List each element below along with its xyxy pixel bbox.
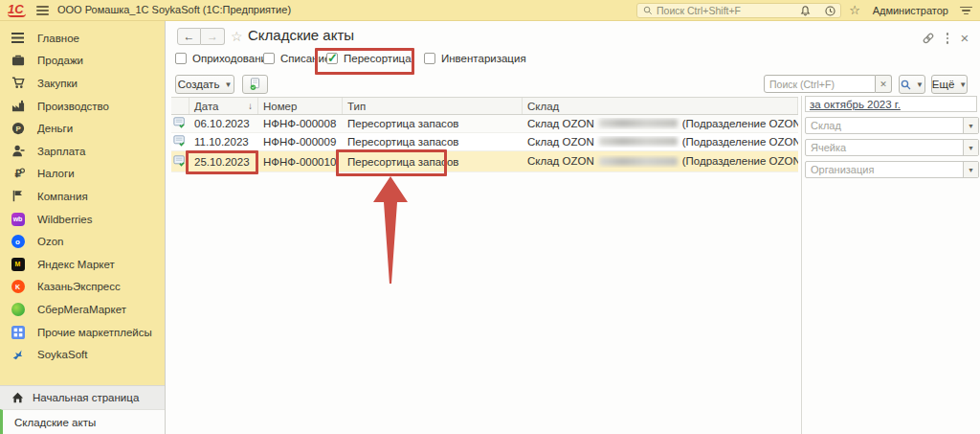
chevron-down-icon[interactable]: ▼ (963, 140, 978, 155)
column-header-date[interactable]: Дата↓ (189, 98, 258, 114)
sbermegamarket-badge-icon (11, 302, 25, 316)
sidebar-item-label: SoykaSoft (37, 349, 87, 360)
sort-descending-icon: ↓ (248, 101, 253, 111)
back-button[interactable]: ← (177, 28, 201, 45)
sidebar-item-zakupki[interactable]: Закупки (0, 72, 165, 95)
search-icon (901, 80, 911, 90)
cell-date: 25.10.2023 (189, 156, 258, 168)
add-favorite-star-icon[interactable]: ☆ (231, 29, 243, 44)
bird-icon (11, 348, 25, 362)
sidebar-item-label: Ozon (37, 236, 64, 247)
sidebar-item-label: Деньги (37, 123, 73, 134)
period-value: за октябрь 2023 г. (810, 99, 901, 110)
cell-type: Пересортица запасов (343, 156, 523, 168)
chevron-down-icon[interactable]: ▼ (963, 162, 978, 177)
advanced-search-button[interactable]: ▼ (899, 75, 925, 94)
column-header-warehouse[interactable]: Склад (523, 98, 798, 114)
cell-filter-select[interactable]: Ячейка ▼ (805, 139, 979, 156)
menu-icon (11, 31, 25, 45)
posted-document-icon (171, 117, 189, 130)
more-button[interactable]: Ещё▼ (931, 75, 968, 94)
hamburger-menu-icon[interactable] (36, 6, 49, 15)
create-button-label: Создать (178, 79, 220, 90)
yandex-market-badge-icon: M (11, 257, 25, 271)
wildberries-badge-icon: wb (11, 212, 25, 226)
current-user[interactable]: Администратор (873, 5, 948, 16)
marketplaces-grid-icon (11, 325, 25, 339)
redacted-text (599, 157, 678, 166)
table-row[interactable]: 11.10.2023 НФНФ-000009 Пересортица запас… (171, 133, 798, 151)
favorites-star-icon[interactable]: ☆ (848, 3, 862, 18)
sidebar-item-kazanexpress[interactable]: K КазаньЭкспресс (0, 276, 165, 299)
sidebar-item-kompaniya[interactable]: Компания (0, 185, 165, 208)
sidebar-item-soykasoft[interactable]: SoykaSoft (0, 343, 165, 366)
column-header-number[interactable]: Номер (258, 98, 343, 114)
taxes-icon: ₽ (11, 167, 25, 181)
notifications-bell-icon[interactable] (798, 3, 813, 18)
ozon-badge-icon: o (11, 235, 25, 249)
flag-icon (11, 189, 25, 203)
sidebar-item-glavnoe[interactable]: Главное (0, 27, 165, 50)
more-menu-dots-icon[interactable] (940, 31, 955, 46)
period-field[interactable]: за октябрь 2023 г. (805, 96, 977, 112)
1c-logo-icon[interactable]: 1С (8, 3, 26, 17)
sidebar-item-sbermegamarket[interactable]: СберМегаМаркет (0, 298, 165, 321)
sidebar-item-label: Налоги (37, 168, 75, 179)
sidebar-item-nalogi[interactable]: ₽ Налоги (0, 163, 165, 186)
open-tab-warehouse-acts[interactable]: Складские акты (0, 409, 165, 434)
svg-text:P: P (15, 125, 20, 133)
close-icon[interactable]: × (957, 31, 972, 46)
sidebar-item-prochie-marketpleisy[interactable]: Прочие маркетплейсы (0, 321, 165, 344)
chevron-down-icon: ▼ (224, 80, 232, 89)
global-search-placeholder: Поиск Ctrl+Shift+F (657, 5, 741, 16)
filter-checkbox-oprihodovanie[interactable]: Оприходование (175, 53, 273, 64)
sidebar-item-proizvodstvo[interactable]: Производство (0, 95, 165, 118)
sidebar-item-ozon[interactable]: o Ozon (0, 230, 165, 253)
sidebar-item-prodazhi[interactable]: Продажи (0, 50, 165, 73)
checkbox-icon (175, 53, 187, 64)
clear-search-button[interactable]: ✕ (876, 75, 892, 93)
app-window: 1С ООО Ромашка_1С SoykaSoft (1С:Предприя… (0, 0, 980, 434)
open-tab-label: Складские акты (14, 417, 96, 428)
redacted-text (599, 137, 678, 146)
filter-checkbox-spisanie[interactable]: Списание (263, 53, 330, 64)
filter-label: Оприходование (192, 53, 273, 64)
service-menu-icon[interactable] (959, 3, 972, 18)
cell-number: НФНФ-000009 (258, 136, 343, 148)
warehouse-filter-select[interactable]: Склад ▼ (805, 117, 979, 134)
chevron-down-icon[interactable]: ▼ (963, 118, 978, 133)
column-header-type[interactable]: Тип (343, 98, 523, 114)
forward-button[interactable]: → (201, 28, 225, 45)
sidebar-item-wildberries[interactable]: wb Wildberries (0, 208, 165, 231)
create-button[interactable]: Создать▼ (175, 75, 234, 94)
create-copy-button[interactable] (242, 75, 268, 94)
sidebar-item-zarplata[interactable]: Зарплата (0, 140, 165, 163)
sidebar-item-label: Прочие маркетплейсы (37, 327, 152, 338)
home-page-button[interactable]: Начальная страница (0, 385, 165, 409)
organization-filter-select[interactable]: Организация ▼ (805, 161, 979, 178)
table-row[interactable]: 06.10.2023 НФНФ-000008 Пересортица запас… (171, 115, 798, 133)
window-title: ООО Ромашка_1С SoykaSoft (1С:Предприятие… (57, 4, 291, 15)
page-title: Складские акты (248, 27, 354, 43)
filter-label: Пересортица (344, 53, 412, 64)
factory-icon (11, 99, 25, 113)
history-icon[interactable] (823, 3, 837, 18)
main-panel: ← → ☆ Складские акты × Оприходование Спи… (165, 21, 980, 434)
sidebar-item-yandex-market[interactable]: M Яндекс Маркет (0, 253, 165, 276)
table-search-input[interactable]: Поиск (Ctrl+F) (764, 75, 876, 93)
cell-warehouse: Склад OZON(Подразделение OZON) (523, 118, 798, 129)
sidebar-item-label: СберМегаМаркет (37, 304, 126, 315)
get-link-icon[interactable] (921, 31, 936, 46)
sidebar-item-dengi[interactable]: P Деньги (0, 117, 165, 140)
home-icon (11, 392, 24, 403)
table-row-selected[interactable]: 25.10.2023 НФНФ-000010 Пересортица запас… (171, 151, 798, 172)
redacted-text (599, 119, 678, 127)
table-search-placeholder: Поиск (Ctrl+F) (769, 79, 835, 90)
home-page-label: Начальная страница (33, 392, 139, 403)
filter-checkbox-peresortitsa[interactable]: Пересортица (326, 53, 412, 64)
sidebar-item-label: Компания (37, 191, 88, 202)
filter-checkbox-inventarizaciya[interactable]: Инвентаризация (424, 53, 526, 64)
filter-label: Инвентаризация (441, 53, 526, 64)
sidebar-item-label: Главное (37, 33, 79, 44)
person-icon (11, 144, 25, 158)
